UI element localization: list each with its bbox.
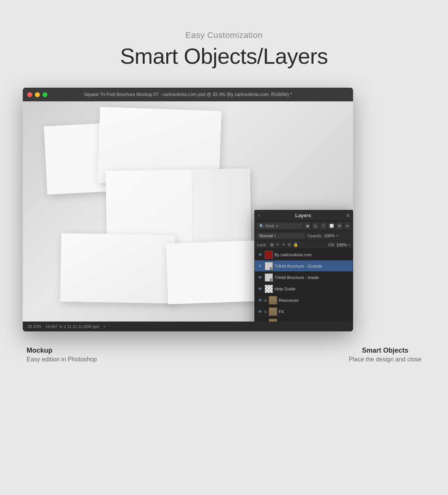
- layer-name-label: Resources: [279, 298, 350, 303]
- layer-thumbnail: [265, 251, 273, 259]
- layer-name-label: Trifold Brochure - Inside: [274, 275, 350, 280]
- filter-text-icon[interactable]: T: [320, 223, 327, 229]
- layer-item[interactable]: 👁▶Resources: [255, 295, 353, 306]
- search-icon: 🔍: [259, 224, 264, 228]
- lock-artboard-icon[interactable]: ⊞: [287, 242, 291, 247]
- layers-lock-row: Lock: ▦ ✏ ✛ ⊞ 🔒 Fill: 100% ▾: [255, 241, 353, 249]
- blend-mode-select[interactable]: Normal ▾: [257, 233, 305, 239]
- layer-items-container: 👁By carlosviloria.com👁⊞Trifold Brochure …: [255, 249, 353, 322]
- layers-title: Layers: [295, 213, 311, 218]
- layer-name-label: Trifold Brochure - Outside: [274, 264, 350, 268]
- layer-name-label: Mockup: [279, 321, 350, 322]
- layers-filter-row: 🔍 Kind ▾ ▣ ◎ T ⬜ ⊠ ●: [255, 221, 353, 231]
- layers-close-icon[interactable]: ×: [258, 213, 260, 218]
- layer-thumbnail: [269, 319, 277, 322]
- header-title: Smart Objects/Layers: [120, 43, 328, 69]
- layer-visibility-eye[interactable]: 👁: [257, 252, 263, 258]
- layer-name-label: FX: [279, 309, 350, 314]
- ps-statusbar-arrow-icon[interactable]: >: [103, 324, 106, 329]
- layer-visibility-eye[interactable]: 👁: [257, 274, 263, 281]
- filter-chevron-icon: ▾: [276, 224, 278, 228]
- layer-visibility-eye[interactable]: 👁: [257, 286, 263, 292]
- layer-visibility-eye[interactable]: 👁: [257, 320, 263, 322]
- ps-canvas: × Layers ≡ 🔍 Kind ▾ ▣ ◎ T ⬜: [23, 101, 353, 322]
- lock-checkerboard-icon[interactable]: ▦: [270, 242, 274, 247]
- header-section: Easy Customization Smart Objects/Layers: [120, 30, 328, 69]
- layer-name-label: Help Guide: [274, 287, 350, 291]
- ps-window-title: Square Tri-Fold Brochure Mockup 07 - car…: [84, 92, 292, 97]
- layer-item[interactable]: 👁⊞Trifold Brochure - Inside: [255, 272, 353, 283]
- fill-value: 100%: [336, 243, 347, 247]
- layer-thumbnail: [265, 285, 273, 293]
- opacity-chevron-icon: ▾: [336, 234, 338, 238]
- label-right: Smart Objects Place the design and close: [349, 347, 421, 363]
- opacity-value: 100%: [324, 233, 334, 238]
- layers-kind-filter[interactable]: 🔍 Kind ▾: [257, 223, 303, 229]
- label-left: Mockup Easy edition in Photoshop: [27, 347, 97, 363]
- ps-maximize-btn[interactable]: [43, 92, 47, 97]
- layer-item[interactable]: 👁▶Mockup: [255, 317, 353, 322]
- layer-expand-icon[interactable]: ▶: [265, 321, 267, 322]
- ps-window: Square Tri-Fold Brochure Mockup 07 - car…: [23, 88, 353, 331]
- ps-titlebar: Square Tri-Fold Brochure Mockup 07 - car…: [23, 88, 353, 101]
- layer-item[interactable]: 👁By carlosviloria.com: [255, 249, 353, 260]
- layer-item[interactable]: 👁⊞Trifold Brochure - Outside: [255, 260, 353, 272]
- filter-kind-label: Kind: [265, 224, 274, 228]
- layer-thumbnail: [269, 296, 277, 304]
- blend-mode-label: Normal: [259, 233, 273, 238]
- layer-expand-icon[interactable]: ▶: [265, 310, 267, 314]
- fill-label: Fill:: [328, 243, 335, 247]
- layer-visibility-eye[interactable]: 👁: [257, 309, 263, 315]
- header-subtitle: Easy Customization: [120, 30, 328, 40]
- layer-item[interactable]: 👁Help Guide: [255, 283, 353, 295]
- fill-chevron-icon: ▾: [349, 243, 350, 247]
- opacity-label: Opacity:: [307, 233, 322, 238]
- lock-move-icon[interactable]: ✛: [282, 242, 285, 247]
- layers-panel: × Layers ≡ 🔍 Kind ▾ ▣ ◎ T ⬜: [254, 210, 353, 322]
- layer-visibility-eye[interactable]: 👁: [257, 263, 263, 269]
- mockup-label-title: Mockup: [27, 347, 97, 355]
- ps-dimensions: 16.667 in x 11.11 in (300 ppi): [45, 324, 99, 329]
- filter-pixel-icon[interactable]: ▣: [304, 223, 311, 229]
- opacity-row: Opacity: 100% ▾: [307, 233, 350, 238]
- layer-name-label: By carlosviloria.com: [274, 252, 350, 257]
- ps-minimize-btn[interactable]: [35, 92, 40, 97]
- blend-chevron-icon: ▾: [274, 234, 276, 238]
- main-content: Square Tri-Fold Brochure Mockup 07 - car…: [23, 88, 425, 363]
- labels-row: Mockup Easy edition in Photoshop Smart O…: [23, 347, 425, 363]
- filter-dot-icon[interactable]: ●: [344, 223, 350, 229]
- filter-adj-icon[interactable]: ◎: [312, 223, 319, 229]
- smart-objects-label-desc: Place the design and close: [349, 356, 421, 363]
- smart-objects-label-title: Smart Objects: [349, 347, 421, 355]
- fill-row: Fill: 100% ▾: [328, 243, 350, 247]
- layers-menu-icon[interactable]: ≡: [346, 212, 350, 219]
- layer-thumbnail: [269, 307, 277, 316]
- lock-brush-icon[interactable]: ✏: [276, 242, 279, 247]
- layer-item[interactable]: 👁▶FX: [255, 306, 353, 317]
- layer-thumbnail: ⊞: [265, 262, 273, 270]
- filter-smart-icon[interactable]: ⊠: [336, 223, 342, 229]
- ps-traffic-lights: [27, 92, 47, 97]
- filter-icons: ▣ ◎ T ⬜ ⊠ ●: [304, 223, 350, 229]
- ps-statusbar: 33.33% 16.667 in x 11.11 in (300 ppi) >: [23, 322, 353, 331]
- layer-thumbnail: ⊞: [265, 273, 273, 282]
- paper-4: [60, 233, 175, 303]
- ps-close-btn[interactable]: [27, 92, 32, 97]
- filter-shape-icon[interactable]: ⬜: [328, 223, 334, 229]
- ps-zoom-level: 33.33%: [27, 324, 41, 329]
- layer-visibility-eye[interactable]: 👁: [257, 297, 263, 303]
- lock-icons: ▦ ✏ ✛ ⊞ 🔒: [270, 242, 298, 247]
- lock-all-icon[interactable]: 🔒: [293, 242, 298, 247]
- layers-titlebar: × Layers ≡: [255, 210, 353, 221]
- lock-label: Lock:: [257, 243, 267, 247]
- layer-expand-icon[interactable]: ▶: [265, 298, 267, 302]
- mockup-label-desc: Easy edition in Photoshop: [27, 356, 97, 363]
- paper-5: [166, 240, 267, 304]
- layers-blend-row: Normal ▾ Opacity: 100% ▾: [255, 231, 353, 241]
